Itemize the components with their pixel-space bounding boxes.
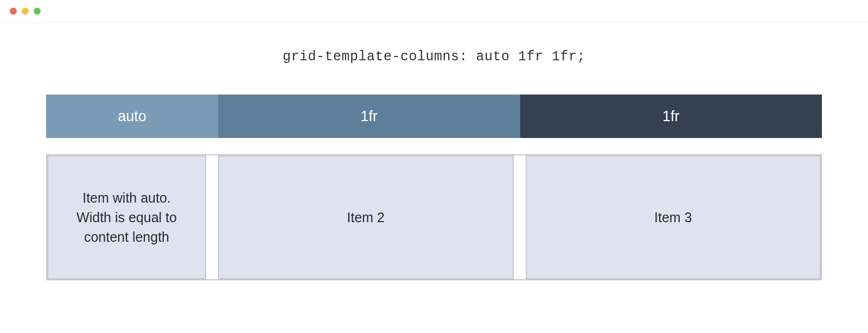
grid-item-2: Item 2 <box>218 155 514 279</box>
grid-item-auto: Item with auto. Width is equal to conten… <box>47 155 206 279</box>
column-headers: auto 1fr 1fr <box>46 95 822 138</box>
grid-item-3: Item 3 <box>526 155 821 279</box>
header-1fr-second: 1fr <box>520 95 822 138</box>
code-caption: grid-template-columns: auto 1fr 1fr; <box>46 49 822 65</box>
close-icon[interactable] <box>10 8 17 15</box>
maximize-icon[interactable] <box>34 8 41 15</box>
header-1fr-first: 1fr <box>218 95 520 138</box>
grid-container: Item with auto. Width is equal to conten… <box>46 154 822 280</box>
diagram-content: grid-template-columns: auto 1fr 1fr; aut… <box>0 23 868 280</box>
header-auto: auto <box>46 95 218 138</box>
minimize-icon[interactable] <box>22 8 29 15</box>
window-titlebar <box>0 0 868 23</box>
